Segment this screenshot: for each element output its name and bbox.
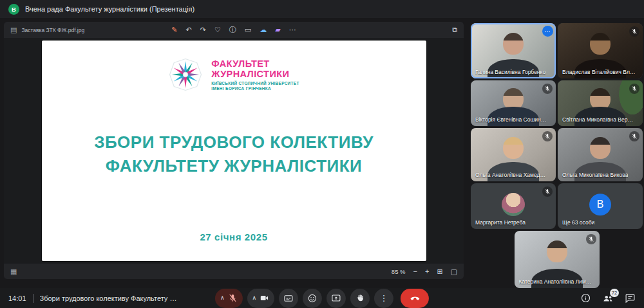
more-participants-label: Ще 63 особи xyxy=(562,219,594,226)
more-options-button[interactable]: ⋮ xyxy=(374,289,393,308)
participant-name: Ольга Анатоліївна Хамедова xyxy=(475,172,549,178)
presentation-header: В Вчена рада Факультету журналістики (Пр… xyxy=(0,0,644,18)
annotate-icon[interactable]: ✎ xyxy=(171,26,177,33)
university-line2: ІМЕНІ БОРИСА ГРІНЧЕНКА xyxy=(211,86,299,91)
redo-icon[interactable]: ↷ xyxy=(200,26,206,33)
participant-tile-speaking[interactable]: ⋯ Галина Василівна Горбенко xyxy=(471,23,556,78)
present-screen-icon xyxy=(331,293,341,303)
zoom-level: 85 % xyxy=(392,268,406,275)
participant-name: Ольга Миколаївна Бикова xyxy=(562,172,628,178)
tile-menu-button[interactable]: ⋯ xyxy=(542,26,553,37)
participants-panel-button[interactable]: 72 xyxy=(602,293,614,304)
participant-tile[interactable]: Владислав Віталійович Влас... xyxy=(558,23,643,78)
end-call-button[interactable] xyxy=(401,289,429,308)
expand-icon[interactable]: ▢ xyxy=(451,268,457,275)
slide-date: 27 січня 2025 xyxy=(42,231,426,242)
participant-name: Галина Василівна Горбенко xyxy=(475,69,545,75)
participant-tile[interactable]: Світлана Миколаївна Верниг... xyxy=(558,80,643,126)
participant-avatar xyxy=(502,193,525,216)
reactions-button[interactable] xyxy=(303,289,322,308)
info-icon xyxy=(580,293,591,303)
end-call-icon xyxy=(410,293,421,303)
pdf-filename: Заставка ЗТК ФЖ.pdf.jpg xyxy=(21,27,84,33)
more-vertical-icon: ⋮ xyxy=(380,293,388,303)
mic-off-icon xyxy=(542,131,553,141)
chat-panel-button[interactable] xyxy=(625,293,636,303)
pdf-toolbar: ▤ Заставка ЗТК ФЖ.pdf.jpg ✎ ↶ ↷ ♡ ⓘ ▭ ☁ … xyxy=(4,22,464,38)
camera-options-caret-icon[interactable]: ∧ xyxy=(252,295,257,301)
shared-screen-viewer: ▤ Заставка ЗТК ФЖ.pdf.jpg ✎ ↶ ↷ ♡ ⓘ ▭ ☁ … xyxy=(4,22,464,279)
participant-name: Владислав Віталійович Влас... xyxy=(562,69,636,75)
presenter-avatar: В xyxy=(8,4,19,15)
cloud-icon[interactable]: ☁ xyxy=(260,26,267,33)
mic-options-caret-icon[interactable]: ∧ xyxy=(220,295,225,301)
participant-name: Світлана Миколаївна Верниг... xyxy=(562,116,636,123)
participant-tile[interactable]: Ольга Миколаївна Бикова xyxy=(558,128,643,181)
raise-hand-button[interactable] xyxy=(350,289,370,308)
present-button[interactable] xyxy=(327,289,346,308)
faculty-logo-icon xyxy=(168,57,203,92)
fullscreen-icon[interactable]: ⧉ xyxy=(452,26,457,33)
meeting-details-button[interactable] xyxy=(580,293,591,303)
favorite-icon[interactable]: ♡ xyxy=(214,26,221,33)
smiley-icon xyxy=(307,293,317,303)
participants-count-badge: 72 xyxy=(610,289,619,297)
thumbnails-icon[interactable]: ▦ xyxy=(10,268,17,275)
participant-avatar: В xyxy=(589,194,611,215)
highlight-icon[interactable]: ▰ xyxy=(275,26,280,33)
camera-icon xyxy=(260,293,269,303)
presentation-title: Вчена рада Факультету журналістики (През… xyxy=(25,5,194,13)
document-icon: ▤ xyxy=(10,26,17,33)
faculty-logo-block: ФАКУЛЬТЕТ ЖУРНАЛІСТИКИ КИЇВСЬКИЙ СТОЛИЧН… xyxy=(42,57,426,92)
participants-grid: ⋯ Галина Василівна Горбенко Владислав Ві… xyxy=(471,23,643,290)
mic-off-icon xyxy=(629,26,639,37)
meeting-control-bar: 14:01 Збори трудового колективу Факульте… xyxy=(0,288,644,308)
overflow-participants-tile[interactable]: В Ще 63 особи xyxy=(558,183,643,229)
slide-stage: ФАКУЛЬТЕТ ЖУРНАЛІСТИКИ КИЇВСЬКИЙ СТОЛИЧН… xyxy=(4,38,464,264)
brand-title-line1: ФАКУЛЬТЕТ xyxy=(211,59,299,69)
faculty-logo-text: ФАКУЛЬТЕТ ЖУРНАЛІСТИКИ КИЇВСЬКИЙ СТОЛИЧН… xyxy=(211,59,299,91)
participant-name: Катерина Анатоліївна Лимарь xyxy=(519,278,592,285)
zoom-in-icon[interactable]: + xyxy=(425,268,429,275)
raised-hand-icon xyxy=(355,293,365,303)
toolbar-more-icon[interactable]: ⋯ xyxy=(289,26,296,33)
slide-title: ЗБОРИ ТРУДОВОГО КОЛЕКТИВУ ФАКУЛЬТЕТУ ЖУР… xyxy=(42,131,426,178)
meeting-title: Збори трудового колективу Факультету жур… xyxy=(40,294,180,302)
pdf-bottom-toolbar: ▦ 85 % − + ⊞ ▢ xyxy=(4,264,464,279)
chat-icon xyxy=(625,293,636,303)
fit-page-icon[interactable]: ⊞ xyxy=(437,268,442,275)
participant-tile[interactable]: Маргарита Нетреба xyxy=(471,183,556,229)
mic-off-icon xyxy=(542,186,553,197)
participant-tile[interactable]: Ольга Анатоліївна Хамедова xyxy=(471,128,556,181)
camera-button[interactable]: ∧ xyxy=(247,289,275,308)
brand-title-line2: ЖУРНАЛІСТИКИ xyxy=(211,69,299,79)
mic-off-icon xyxy=(629,131,639,141)
captions-icon xyxy=(283,293,294,303)
clock: 14:01 xyxy=(8,294,26,302)
participant-name: Маргарита Нетреба xyxy=(475,219,526,226)
captions-button[interactable] xyxy=(279,289,298,308)
mic-off-icon xyxy=(228,293,238,303)
participant-name: Вікторія Євгенівна Сошинська xyxy=(475,116,549,123)
university-line1: КИЇВСЬКИЙ СТОЛИЧНИЙ УНІВЕРСИТЕТ xyxy=(211,81,299,86)
participant-tile[interactable]: Катерина Анатоліївна Лимарь xyxy=(515,231,600,288)
mic-off-icon xyxy=(629,84,639,94)
mic-button[interactable]: ∧ xyxy=(215,289,243,308)
mic-off-icon xyxy=(542,84,553,94)
info-icon[interactable]: ⓘ xyxy=(229,26,236,33)
zoom-out-icon[interactable]: − xyxy=(413,268,417,275)
display-icon[interactable]: ▭ xyxy=(245,26,251,33)
presentation-slide: ФАКУЛЬТЕТ ЖУРНАЛІСТИКИ КИЇВСЬКИЙ СТОЛИЧН… xyxy=(42,41,426,261)
undo-icon[interactable]: ↶ xyxy=(186,26,192,33)
mic-off-icon xyxy=(586,234,596,244)
participant-tile[interactable]: Вікторія Євгенівна Сошинська xyxy=(471,80,556,126)
divider xyxy=(33,294,33,303)
